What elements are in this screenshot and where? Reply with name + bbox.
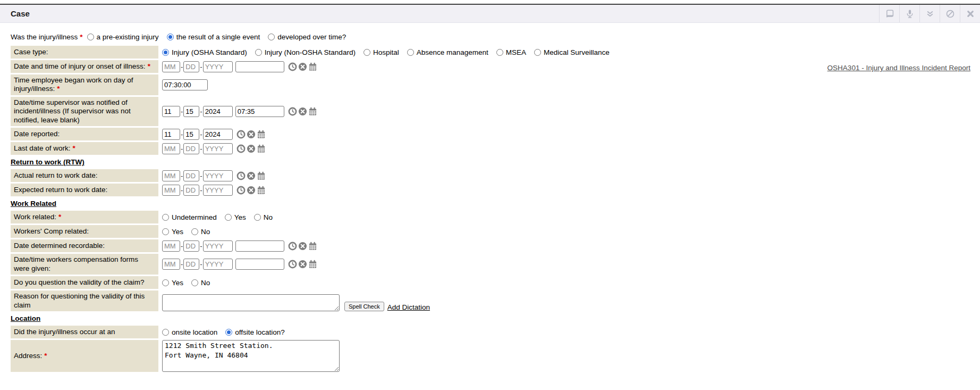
month-input[interactable] (162, 259, 180, 270)
disable-button[interactable] (940, 5, 960, 22)
notebook-button[interactable] (879, 5, 899, 22)
day-input[interactable] (183, 61, 199, 72)
month-input[interactable] (162, 61, 180, 72)
dictation-button[interactable] (899, 5, 919, 22)
time-picker-button[interactable] (288, 107, 297, 116)
radio-developed-over-time[interactable]: developed over time? (268, 33, 346, 41)
clear-date-button[interactable] (298, 260, 307, 269)
case-header-bar: Case (0, 4, 980, 23)
row-case-type: Case type: Injury (OSHA Standard) Injury… (11, 46, 970, 59)
row-wc-forms-given: Date/time workers compensation forms wer… (11, 254, 970, 275)
time-picker-button[interactable] (288, 62, 297, 71)
date-picker-button[interactable] (257, 144, 266, 153)
day-input[interactable] (183, 240, 199, 252)
clear-icon (247, 130, 256, 139)
day-input[interactable] (183, 259, 199, 270)
radio-undetermined[interactable]: Undetermined (162, 213, 217, 221)
radio-work-related-yes[interactable]: Yes (225, 213, 246, 221)
date-picker-button[interactable] (308, 242, 317, 251)
radio-validity-no[interactable]: No (191, 279, 210, 287)
date-picker-button[interactable] (257, 171, 266, 180)
required-asterisk: * (57, 85, 60, 93)
month-input[interactable] (162, 170, 180, 181)
radio-icon (254, 214, 261, 221)
year-input[interactable] (203, 143, 233, 154)
calendar-icon (257, 144, 266, 153)
time-input[interactable] (235, 61, 284, 72)
spell-check-button[interactable]: Spell Check (344, 302, 384, 311)
radio-offsite-location[interactable]: offsite location? (225, 328, 285, 336)
osha301-report-link[interactable]: OSHA301 - Injury and Illness Incident Re… (827, 64, 970, 72)
radio-validity-yes[interactable]: Yes (162, 279, 183, 287)
reason-validity-textarea[interactable] (162, 294, 340, 311)
clear-date-button[interactable] (298, 242, 307, 251)
year-input[interactable] (203, 170, 233, 181)
year-input[interactable] (203, 259, 233, 270)
required-asterisk: * (73, 144, 75, 152)
clear-date-button[interactable] (247, 186, 256, 195)
clear-date-button[interactable] (298, 107, 307, 116)
month-input[interactable] (162, 185, 180, 196)
radio-injury-osha-standard[interactable]: Injury (OSHA Standard) (162, 48, 247, 56)
month-input[interactable] (162, 240, 180, 252)
add-dictation-link[interactable]: Add Dictation (387, 303, 430, 311)
radio-hospital[interactable]: Hospital (364, 48, 399, 56)
time-began-input[interactable] (162, 79, 208, 90)
day-input[interactable] (183, 106, 199, 117)
last-date-of-work-controls: - - (162, 142, 266, 155)
address-controls: 1212 Smith Street Station. Fort Wayne, I… (162, 340, 340, 372)
clear-date-button[interactable] (247, 144, 256, 153)
radio-work-related-no[interactable]: No (254, 213, 273, 221)
date-picker-button[interactable] (257, 130, 266, 139)
radio-icon (191, 228, 198, 235)
clear-date-button[interactable] (247, 130, 256, 139)
calendar-icon (308, 107, 317, 116)
day-input[interactable] (183, 170, 199, 181)
date-picker-button[interactable] (308, 107, 317, 116)
day-input[interactable] (183, 185, 199, 196)
row-reason-validity: Reason for questioning the validity of t… (11, 291, 970, 311)
time-picker-button[interactable] (236, 186, 246, 195)
radio-pre-existing-injury[interactable]: a pre-existing injury (87, 33, 159, 41)
time-picker-button[interactable] (236, 130, 246, 139)
field-label: Time employee began work on day of injur… (11, 74, 158, 95)
field-label: Date/time supervisor was notified of inc… (11, 97, 158, 126)
time-picker-button[interactable] (288, 242, 297, 251)
year-input[interactable] (203, 240, 233, 252)
month-input[interactable] (162, 143, 180, 154)
date-picker-button[interactable] (308, 260, 317, 269)
time-input[interactable] (235, 240, 284, 252)
year-input[interactable] (203, 185, 233, 196)
radio-msea[interactable]: MSEA (496, 48, 526, 56)
address-textarea[interactable]: 1212 Smith Street Station. Fort Wayne, I… (162, 340, 340, 372)
radio-absence-management[interactable]: Absence management (407, 48, 488, 56)
radio-medical-surveillance[interactable]: Medical Surveillance (534, 48, 610, 56)
radio-single-event[interactable]: the result of a single event (167, 33, 260, 41)
date-picker-button[interactable] (257, 186, 266, 195)
radio-injury-non-osha-standard[interactable]: Injury (Non-OSHA Standard) (255, 48, 356, 56)
time-input[interactable] (235, 259, 284, 270)
time-picker-button[interactable] (236, 171, 246, 180)
year-input[interactable] (203, 106, 233, 117)
date-picker-button[interactable] (308, 62, 317, 71)
time-picker-button[interactable] (288, 260, 297, 269)
month-input[interactable] (162, 106, 180, 117)
day-input[interactable] (183, 129, 199, 140)
row-last-date-of-work: Last date of work:* - - (11, 142, 970, 155)
clear-date-button[interactable] (298, 62, 307, 71)
radio-workers-comp-no[interactable]: No (191, 228, 210, 236)
radio-workers-comp-yes[interactable]: Yes (162, 228, 183, 236)
calendar-icon (257, 171, 266, 180)
time-input[interactable] (235, 106, 284, 117)
radio-onsite-location[interactable]: onsite location (162, 328, 217, 336)
year-input[interactable] (203, 61, 233, 72)
day-input[interactable] (183, 143, 199, 154)
clear-date-button[interactable] (247, 171, 256, 180)
time-picker-button[interactable] (236, 144, 246, 153)
year-input[interactable] (203, 129, 233, 140)
block-icon (945, 9, 955, 19)
close-button[interactable] (960, 5, 980, 22)
month-input[interactable] (162, 129, 180, 140)
collapse-button[interactable] (919, 5, 940, 22)
radio-icon (534, 49, 541, 56)
